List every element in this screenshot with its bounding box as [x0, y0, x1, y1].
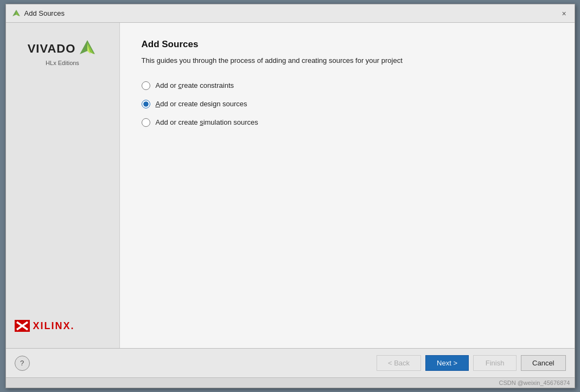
finish-button[interactable]: Finish — [473, 355, 517, 371]
xilinx-icon — [15, 320, 30, 332]
close-button[interactable]: × — [559, 9, 569, 18]
radio-item-design[interactable]: Add or create design sources — [142, 100, 553, 108]
dialog-body: VIVADO HLx Editions XILINX. — [6, 23, 575, 348]
vivado-label: VIVADO — [28, 42, 76, 56]
xilinx-logo: XILINX. — [15, 320, 111, 337]
vivado-brand: VIVADO — [28, 39, 98, 59]
footer: ? < Back Next > Finish Cancel — [6, 348, 575, 377]
radio-label-design: Add or create design sources — [156, 100, 247, 108]
vivado-logo: VIVADO HLx Editions — [15, 34, 111, 66]
watermark-text: CSDN @weixin_45676874 — [499, 380, 570, 386]
vivado-leaf-icon — [78, 39, 97, 59]
dialog-title: Add Sources — [24, 9, 65, 17]
radio-label-constraints: Add or create constraints — [156, 81, 234, 89]
title-bar: Add Sources × — [6, 4, 575, 23]
dialog-window: Add Sources × VIVADO HLx Editions — [5, 4, 575, 388]
cancel-button[interactable]: Cancel — [521, 355, 565, 371]
footer-left: ? — [15, 356, 30, 371]
title-bar-left: Add Sources — [11, 9, 65, 18]
content-area: Add Sources This guides you through the … — [120, 23, 575, 348]
radio-group: Add or create constraints Add or create … — [142, 81, 553, 127]
content-heading: Add Sources — [142, 39, 553, 50]
radio-design[interactable] — [142, 100, 150, 108]
radio-label-simulation: Add or create simulation sources — [156, 118, 258, 126]
content-description: This guides you through the process of a… — [142, 55, 553, 66]
help-button[interactable]: ? — [15, 356, 30, 371]
xilinx-label: XILINX. — [33, 320, 75, 332]
radio-constraints[interactable] — [142, 81, 150, 90]
radio-simulation[interactable] — [142, 118, 150, 127]
radio-item-constraints[interactable]: Add or create constraints — [142, 81, 553, 90]
watermark: CSDN @weixin_45676874 — [6, 377, 575, 388]
footer-right: < Back Next > Finish Cancel — [377, 355, 566, 371]
back-button[interactable]: < Back — [377, 355, 421, 371]
sidebar: VIVADO HLx Editions XILINX. — [6, 23, 120, 348]
vivado-title-icon — [11, 9, 21, 18]
radio-item-simulation[interactable]: Add or create simulation sources — [142, 118, 553, 127]
hlx-label: HLx Editions — [46, 60, 79, 66]
next-button[interactable]: Next > — [425, 355, 469, 371]
